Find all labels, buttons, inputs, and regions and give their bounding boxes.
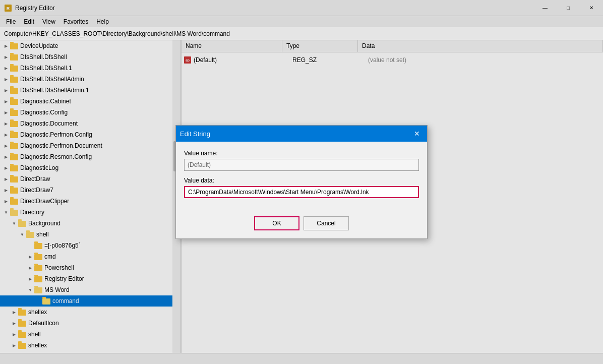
ok-button[interactable]: OK (254, 216, 299, 230)
modal-overlay: Edit String ✕ Value name: Value data: OK… (0, 0, 603, 364)
value-name-label: Value name: (184, 150, 419, 157)
modal-title: Edit String (180, 130, 210, 138)
value-name-input[interactable] (184, 159, 419, 171)
modal-body: Value name: Value data: (176, 142, 427, 212)
modal-close-button[interactable]: ✕ (411, 128, 423, 140)
edit-string-dialog: Edit String ✕ Value name: Value data: OK… (175, 125, 428, 239)
value-data-input[interactable] (184, 186, 419, 198)
value-data-label: Value data: (184, 177, 419, 184)
value-name-field: Value name: (184, 150, 419, 171)
value-data-field: Value data: (184, 177, 419, 198)
modal-titlebar: Edit String ✕ (176, 126, 427, 142)
modal-footer: OK Cancel (176, 212, 427, 238)
cancel-button[interactable]: Cancel (304, 216, 349, 230)
